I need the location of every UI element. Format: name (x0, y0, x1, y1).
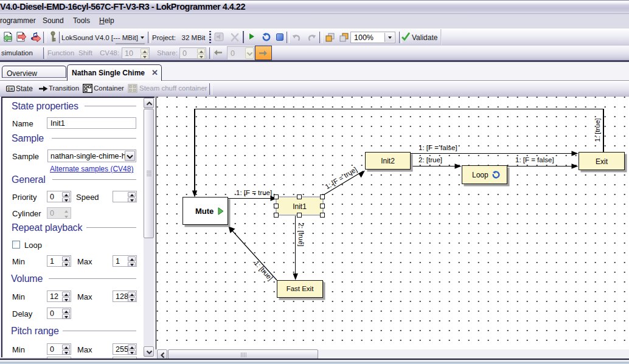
svg-text:DX: DX (7, 87, 13, 91)
